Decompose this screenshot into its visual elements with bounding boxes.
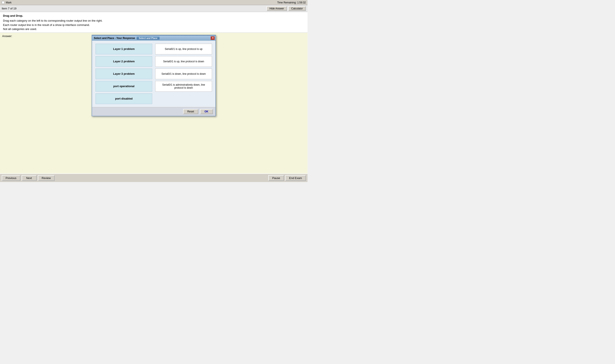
dialog-title-text: Select and Place - Your Response <box>94 37 135 39</box>
pause-button[interactable]: Pause <box>268 175 284 181</box>
question-line-3: Not all categories are used. <box>3 27 304 31</box>
drag-item-layer2[interactable]: Layer 2 problem <box>95 56 152 67</box>
drag-item-port-operational[interactable]: port operational <box>95 81 152 92</box>
question-line-2: Each router output line is in the result… <box>3 23 304 27</box>
drag-item-layer1[interactable]: Layer 1 problem <box>95 44 152 54</box>
title-bar-left: Mark <box>2 1 12 4</box>
item-bar: Item 7 of 19 Hide Answer Calculator <box>0 5 308 12</box>
drag-item-layer3[interactable]: Layer 3 problem <box>95 68 152 79</box>
drop-target-1[interactable]: Serial0/1 is up, line protocol is up <box>155 44 212 54</box>
nav-bar-right: Pause End Exam <box>268 175 306 181</box>
nav-bar-left: Previous Next Review <box>2 175 55 181</box>
drop-target-4[interactable]: Serial0/1 is adminstratively down, line … <box>155 81 212 92</box>
calculator-button[interactable]: Calculator <box>288 6 306 11</box>
question-type: Drag and Drop. <box>3 14 304 17</box>
main-content: Answer: Select and Place - Your Response… <box>0 33 308 178</box>
select-place-dialog: Select and Place - Your Response Select … <box>92 35 216 116</box>
dialog-close-button[interactable]: ✕ <box>211 36 215 40</box>
dialog-title-left: Select and Place - Your Response Select … <box>94 37 159 39</box>
end-exam-button[interactable]: End Exam <box>285 175 306 181</box>
reset-button[interactable]: Reset <box>183 109 198 114</box>
ok-button[interactable]: OK <box>200 109 213 114</box>
question-area: Drag and Drop. Drag each category on the… <box>0 12 308 33</box>
nav-bar: Previous Next Review Pause End Exam <box>0 173 308 182</box>
next-button[interactable]: Next <box>22 175 37 181</box>
modal-overlay: Select and Place - Your Response Select … <box>0 33 308 178</box>
title-bar-title: Mark <box>6 1 12 4</box>
title-bar: Mark Time Remaining: 1:59:32 <box>0 0 308 5</box>
hide-answer-button[interactable]: Hide Answer <box>267 6 287 11</box>
item-bar-actions: Hide Answer Calculator <box>267 6 306 11</box>
drop-target-3[interactable]: Serial0/1 is down, line protocol is down <box>155 68 212 79</box>
question-text: Drag each category on the left to its co… <box>3 19 304 31</box>
dialog-footer: Reset OK <box>92 107 215 116</box>
mark-checkbox[interactable] <box>2 1 4 4</box>
item-counter: Item 7 of 19 <box>2 7 16 10</box>
drop-targets-column: Serial0/1 is up, line protocol is up Ser… <box>155 44 212 104</box>
previous-button[interactable]: Previous <box>2 175 20 181</box>
dialog-titlebar: Select and Place - Your Response Select … <box>92 36 215 41</box>
review-button[interactable]: Review <box>38 175 55 181</box>
drag-items-column: Layer 1 problem Layer 2 problem Layer 3 … <box>95 44 152 104</box>
dialog-badge: Select and Place <box>137 37 159 39</box>
drag-item-port-disabled[interactable]: port disabled <box>95 93 152 104</box>
dialog-body: Layer 1 problem Layer 2 problem Layer 3 … <box>92 41 215 107</box>
drop-target-2[interactable]: Serial0/1 is up, line protocol is down <box>155 56 212 67</box>
question-line-1: Drag each category on the left to its co… <box>3 19 304 23</box>
time-remaining: Time Remaining: 1:59:32 <box>277 1 306 4</box>
